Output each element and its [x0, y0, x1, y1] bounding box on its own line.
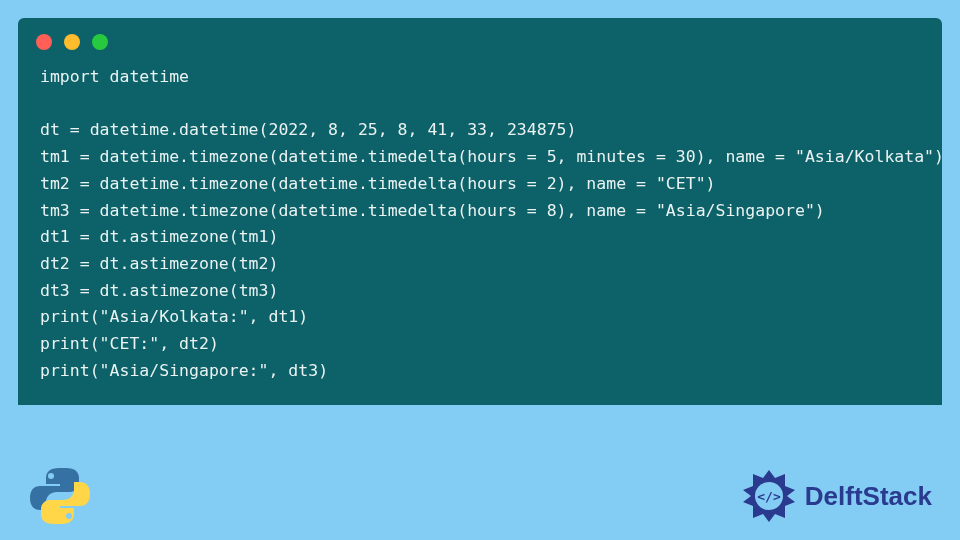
python-icon: [28, 464, 92, 528]
footer: </> DelftStack: [0, 452, 960, 540]
svg-text:</>: </>: [757, 489, 781, 504]
brand: </> DelftStack: [741, 468, 932, 524]
code-block: import datetime dt = datetime.datetime(2…: [18, 60, 942, 391]
minimize-icon: [64, 34, 80, 50]
code-window: import datetime dt = datetime.datetime(2…: [18, 18, 942, 405]
window-titlebar: [18, 18, 942, 60]
close-icon: [36, 34, 52, 50]
brand-label: DelftStack: [805, 481, 932, 512]
brand-badge-icon: </>: [741, 468, 797, 524]
maximize-icon: [92, 34, 108, 50]
